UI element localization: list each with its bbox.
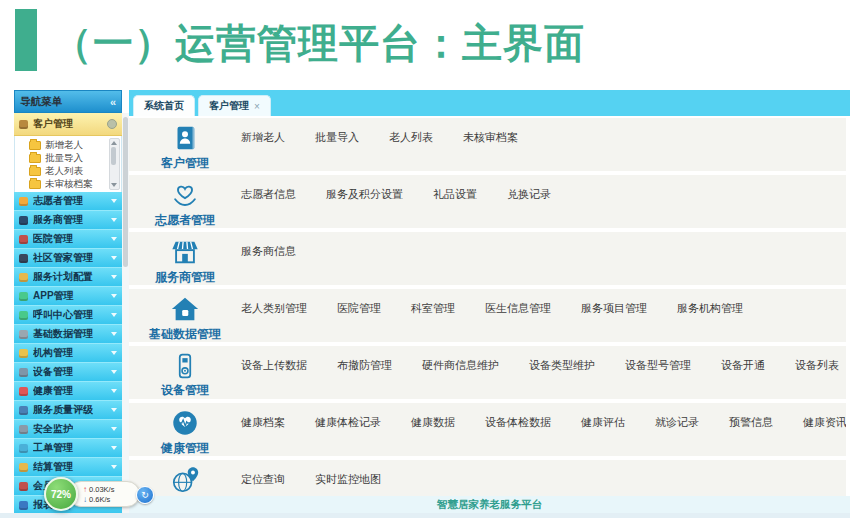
module-rows: 客户管理 新增老人批量导入老人列表未核审档案: [129, 116, 850, 518]
sidebar-item-customer-management[interactable]: 客户管理: [14, 113, 122, 136]
sidebar-item-label: 机构管理: [33, 346, 73, 360]
sidebar-scrollbar[interactable]: [122, 113, 129, 518]
device-icon: [171, 351, 199, 380]
submenu-item[interactable]: 老人列表: [21, 165, 111, 178]
sidebar-item[interactable]: 医院管理: [14, 230, 122, 249]
module-link[interactable]: 设备体检数据: [485, 415, 551, 430]
sidebar-item[interactable]: 服务计划配置: [14, 268, 122, 287]
module-link[interactable]: 科室管理: [411, 301, 455, 316]
sidebar-item[interactable]: 呼叫中心管理: [14, 306, 122, 325]
sidebar-item-icon: [19, 216, 28, 225]
chevron-down-icon: [111, 294, 117, 298]
module-row-basic-data: 基础数据管理 老人类别管理医院管理科室管理医生信息管理服务项目管理服务机构管理: [129, 289, 846, 342]
module-link[interactable]: 健康体检记录: [315, 415, 381, 430]
sidebar-item-icon: [19, 292, 28, 301]
scroll-thumb[interactable]: [111, 147, 116, 165]
module-link[interactable]: 设备列表: [795, 358, 839, 373]
main-content: 系统首页 客户管理 ×: [129, 90, 850, 518]
folder-icon: [29, 180, 41, 189]
submenu-item-label: 批量导入: [45, 152, 83, 165]
module-label: 志愿者管理: [155, 212, 215, 228]
page-title: （一）运营管理平台：主界面: [52, 16, 585, 71]
sidebar-item-label: 服务商管理: [33, 213, 83, 227]
module-link[interactable]: 健康数据: [411, 415, 455, 430]
upload-arrow-icon: ↑: [83, 485, 87, 494]
submenu-item[interactable]: 批量导入: [21, 152, 111, 165]
sidebar-item[interactable]: APP管理: [14, 287, 122, 306]
tab-label: 系统首页: [144, 99, 184, 113]
module-label: 健康管理: [161, 440, 209, 456]
sidebar-item[interactable]: 健康管理: [14, 382, 122, 401]
module-link[interactable]: 医院管理: [337, 301, 381, 316]
module-link[interactable]: 设备类型维护: [529, 358, 595, 373]
module-link[interactable]: 布撤防管理: [337, 358, 392, 373]
module-link[interactable]: 设备上传数据: [241, 358, 307, 373]
module-link[interactable]: 硬件商信息维护: [422, 358, 499, 373]
module-link[interactable]: 实时监控地图: [315, 472, 381, 487]
sidebar-item-icon: [19, 463, 28, 472]
memory-ball[interactable]: 72%: [44, 477, 78, 511]
sidebar-scroll-thumb[interactable]: [123, 117, 128, 267]
submenu-item-label: 未审核档案: [45, 178, 93, 191]
sidebar-item[interactable]: 志愿者管理: [14, 192, 122, 211]
sidebar-item[interactable]: 机构管理: [14, 344, 122, 363]
chevron-down-icon: [111, 389, 117, 393]
sidebar-item-icon: [19, 387, 28, 396]
submenu-scrollbar[interactable]: [109, 138, 120, 190]
scroll-up-icon[interactable]: [111, 141, 117, 145]
sidebar-item[interactable]: 服务商管理: [14, 211, 122, 230]
sidebar-item[interactable]: 设备管理: [14, 363, 122, 382]
folder-icon: [29, 167, 41, 176]
module-link[interactable]: 服务机构管理: [677, 301, 743, 316]
module-link[interactable]: 就诊记录: [655, 415, 699, 430]
module-link[interactable]: 志愿者信息: [241, 187, 296, 202]
sidebar-item[interactable]: 安全监护: [14, 420, 122, 439]
collapse-icon[interactable]: «: [110, 96, 116, 108]
scroll-down-icon[interactable]: [111, 183, 117, 187]
module-link[interactable]: 新增老人: [241, 130, 285, 145]
module-link[interactable]: 老人类别管理: [241, 301, 307, 316]
sidebar-item-icon: [19, 482, 28, 491]
module-row-health: 健康管理 健康档案健康体检记录健康数据设备体检数据健康评估就诊记录预警信息健康资…: [129, 403, 846, 456]
footer-label: 智慧居家养老服务平台: [437, 498, 542, 512]
module-link[interactable]: 批量导入: [315, 130, 359, 145]
module-link[interactable]: 定位查询: [241, 472, 285, 487]
module-link[interactable]: 服务及积分设置: [326, 187, 403, 202]
sidebar-item[interactable]: 结算管理: [14, 458, 122, 477]
module-link[interactable]: 老人列表: [389, 130, 433, 145]
module-link[interactable]: 设备开通: [721, 358, 765, 373]
module-link[interactable]: 未核审档案: [463, 130, 518, 145]
sidebar-item[interactable]: 基础数据管理: [14, 325, 122, 344]
briefcase-icon: [19, 120, 28, 129]
submenu-item[interactable]: 未审核档案: [21, 178, 111, 191]
sidebar-item[interactable]: 服务质量评级: [14, 401, 122, 420]
sidebar-item[interactable]: 社区管家管理: [14, 249, 122, 268]
module-link[interactable]: 预警信息: [729, 415, 773, 430]
module-row-volunteer: 志愿者管理 志愿者信息服务及积分设置礼品设置兑换记录: [129, 175, 846, 228]
sidebar-item-label: 社区管家管理: [33, 251, 93, 265]
module-link[interactable]: 兑换记录: [507, 187, 551, 202]
module-link[interactable]: 健康档案: [241, 415, 285, 430]
module-link[interactable]: 健康资讯: [803, 415, 846, 430]
tab-customer-management[interactable]: 客户管理 ×: [198, 95, 271, 116]
module-link[interactable]: 礼品设置: [433, 187, 477, 202]
speed-widget[interactable]: ↑ 0.03K/s ↓ 0.6K/s ↻ 72%: [44, 476, 174, 514]
submenu-item[interactable]: 新增老人: [21, 139, 111, 152]
sidebar-item-icon: [19, 425, 28, 434]
sidebar-item-icon: [19, 444, 28, 453]
module-link[interactable]: 医生信息管理: [485, 301, 551, 316]
sidebar-item-label: 医院管理: [33, 232, 73, 246]
module-link[interactable]: 设备型号管理: [625, 358, 691, 373]
footer: 智慧居家养老服务平台: [129, 496, 850, 513]
module-link[interactable]: 健康评估: [581, 415, 625, 430]
sidebar-item[interactable]: 工单管理: [14, 439, 122, 458]
booster-badge-icon[interactable]: ↻: [136, 486, 154, 504]
sidebar-item-label: 健康管理: [33, 384, 73, 398]
sidebar-header[interactable]: 导航菜单 «: [14, 90, 122, 113]
close-icon[interactable]: ×: [254, 101, 260, 112]
storefront-icon: [170, 237, 200, 267]
module-link[interactable]: 服务商信息: [241, 244, 296, 259]
sidebar-item-label: 工单管理: [33, 441, 73, 455]
module-link[interactable]: 服务项目管理: [581, 301, 647, 316]
tab-system-home[interactable]: 系统首页: [133, 95, 195, 116]
